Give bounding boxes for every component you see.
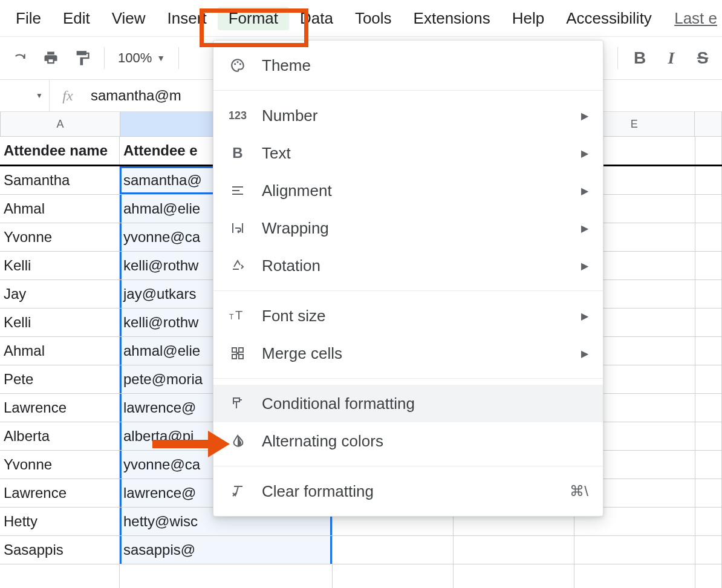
- menu-item-label: Merge cells: [262, 344, 567, 363]
- italic-button[interactable]: I: [657, 44, 686, 73]
- menu-item-wrapping[interactable]: Wrapping ▶: [213, 209, 603, 247]
- cell[interactable]: [695, 223, 722, 251]
- table-row: Sasappis sasappis@: [0, 536, 722, 564]
- cell[interactable]: [695, 564, 722, 588]
- cell[interactable]: Lawrence: [0, 479, 120, 507]
- cell[interactable]: Yvonne: [0, 223, 120, 251]
- cell[interactable]: [695, 536, 722, 564]
- menu-item-label: Rotation: [262, 256, 567, 275]
- cell[interactable]: [695, 166, 722, 194]
- chevron-right-icon: ▶: [581, 223, 588, 234]
- fx-label: fx: [50, 88, 86, 104]
- cell-F1[interactable]: [695, 137, 722, 165]
- cell[interactable]: [454, 564, 574, 588]
- cell[interactable]: Lawrence: [0, 394, 120, 422]
- menu-file[interactable]: File: [5, 7, 52, 30]
- wrapping-icon: [228, 221, 247, 235]
- cell[interactable]: [0, 564, 120, 588]
- chevron-right-icon: ▶: [581, 348, 588, 359]
- menu-item-clear-formatting[interactable]: Clear formatting ⌘\: [213, 472, 603, 510]
- cell[interactable]: [454, 536, 574, 564]
- menu-extensions[interactable]: Extensions: [403, 7, 501, 30]
- cell[interactable]: Pete: [0, 365, 120, 393]
- strikethrough-button[interactable]: S: [688, 44, 717, 73]
- cell[interactable]: [695, 195, 722, 223]
- menu-data[interactable]: Data: [289, 7, 344, 30]
- bold-button[interactable]: B: [625, 44, 654, 73]
- format-menu-dropdown: Theme 123 Number ▶ B Text ▶ Alignment ▶ …: [213, 40, 603, 517]
- print-icon: [42, 50, 59, 67]
- caret-down-icon: ▼: [36, 91, 43, 100]
- menu-item-rotation[interactable]: Rotation ▶: [213, 247, 603, 284]
- cell[interactable]: [695, 252, 722, 279]
- cell[interactable]: [333, 564, 454, 588]
- cell[interactable]: Ahmal: [0, 337, 120, 365]
- font-size-icon: TT: [228, 309, 247, 323]
- cell[interactable]: Alberta: [0, 422, 120, 450]
- menu-item-merge-cells[interactable]: Merge cells ▶: [213, 335, 603, 372]
- zoom-dropdown[interactable]: 100% ▼: [112, 50, 171, 66]
- cell[interactable]: Samantha: [0, 166, 120, 194]
- menu-item-label: Font size: [262, 307, 567, 325]
- cell[interactable]: Ahmal: [0, 195, 120, 223]
- menu-item-label: Alternating colors: [262, 432, 588, 451]
- table-row: [0, 564, 722, 588]
- menu-item-alignment[interactable]: Alignment ▶: [213, 172, 603, 209]
- cell[interactable]: [695, 451, 722, 479]
- chevron-right-icon: ▶: [581, 110, 588, 122]
- menu-item-conditional-formatting[interactable]: Conditional formatting: [213, 385, 603, 422]
- chevron-right-icon: ▶: [581, 185, 588, 197]
- conditional-formatting-icon: [228, 396, 247, 411]
- cell-A1[interactable]: Attendee name: [0, 137, 120, 165]
- cell[interactable]: [333, 536, 454, 564]
- print-button[interactable]: [36, 44, 65, 73]
- toolbar-divider: [178, 47, 179, 69]
- cell[interactable]: [695, 479, 722, 507]
- cell[interactable]: Kelli: [0, 252, 120, 279]
- menu-insert[interactable]: Insert: [157, 7, 218, 30]
- col-header-A[interactable]: A: [1, 112, 120, 136]
- cell[interactable]: [695, 309, 722, 336]
- menu-item-font-size[interactable]: TT Font size ▶: [213, 297, 603, 335]
- menu-help[interactable]: Help: [501, 7, 555, 30]
- cell[interactable]: Sasappis: [0, 536, 120, 564]
- menu-view[interactable]: View: [101, 7, 157, 30]
- menu-item-text[interactable]: B Text ▶: [213, 134, 603, 172]
- cell[interactable]: Kelli: [0, 309, 120, 336]
- menu-item-number[interactable]: 123 Number ▶: [213, 97, 603, 134]
- cell[interactable]: [695, 394, 722, 422]
- bold-icon: B: [228, 145, 247, 162]
- menu-tools[interactable]: Tools: [344, 7, 403, 30]
- menu-item-label: Clear formatting: [262, 482, 555, 501]
- svg-point-2: [239, 63, 241, 65]
- paint-format-icon: [74, 50, 91, 67]
- menu-accessibility[interactable]: Accessibility: [555, 7, 663, 30]
- cell[interactable]: [574, 536, 695, 564]
- redo-button[interactable]: [5, 44, 34, 73]
- menu-format[interactable]: Format: [218, 7, 289, 30]
- cell[interactable]: Hetty: [0, 508, 120, 535]
- chevron-right-icon: ▶: [581, 148, 588, 159]
- cell[interactable]: [695, 280, 722, 308]
- menu-item-theme[interactable]: Theme: [213, 47, 603, 84]
- cell[interactable]: Yvonne: [0, 451, 120, 479]
- cell[interactable]: [695, 422, 722, 450]
- cell[interactable]: Jay: [0, 280, 120, 308]
- paint-format-button[interactable]: [68, 44, 97, 73]
- clear-formatting-icon: [228, 484, 247, 498]
- col-header-F[interactable]: [695, 112, 722, 136]
- cell[interactable]: [695, 508, 722, 535]
- last-edit-link[interactable]: Last e: [674, 9, 717, 28]
- cell[interactable]: [695, 365, 722, 393]
- theme-icon: [228, 57, 247, 73]
- menu-edit[interactable]: Edit: [52, 7, 101, 30]
- cell[interactable]: [120, 564, 333, 588]
- svg-point-1: [236, 61, 238, 63]
- redo-icon: [11, 50, 27, 66]
- cell[interactable]: [695, 337, 722, 365]
- menu-item-alternating-colors[interactable]: Alternating colors: [213, 422, 603, 460]
- cell[interactable]: sasappis@: [120, 536, 333, 564]
- cell[interactable]: [574, 564, 695, 588]
- name-box-dropdown[interactable]: ▼: [0, 80, 50, 111]
- merge-cells-icon: [228, 346, 247, 361]
